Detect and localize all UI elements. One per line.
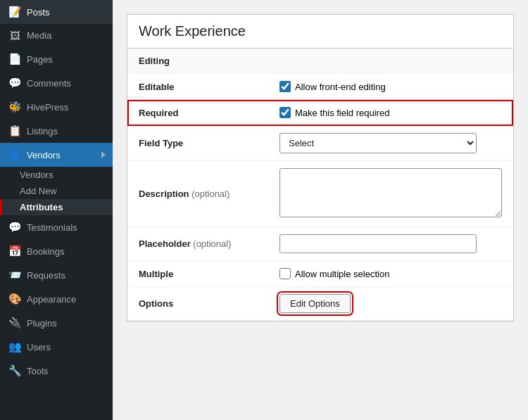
vendors-icon: 👤 (8, 148, 21, 161)
table-row-placeholder: Placeholder (optional) (127, 227, 513, 261)
multiple-label: Multiple (127, 261, 268, 287)
main-content: Work Experience Editing Editable Allow f… (113, 0, 528, 420)
sidebar-item-label: Media (27, 30, 51, 41)
table-row-options: Options Edit Options (127, 287, 513, 321)
table-row-editable: Editable Allow front-end editing (127, 74, 513, 100)
editable-value: Allow front-end editing (268, 74, 513, 100)
editable-checkbox[interactable] (279, 81, 291, 92)
sub-item-label: Attributes (20, 202, 63, 212)
required-checkbox[interactable] (279, 107, 291, 118)
field-type-value: Select Text Textarea Number Date Checkbo… (268, 126, 513, 161)
required-checkbox-label: Make this field required (295, 108, 389, 118)
options-value: Edit Options (268, 287, 513, 321)
edit-options-button[interactable]: Edit Options (279, 294, 351, 313)
required-label: Required (127, 100, 268, 126)
sidebar-item-label: Appearance (27, 294, 76, 305)
sub-item-label: Add New (20, 186, 57, 196)
sidebar-item-vendors[interactable]: 👤 Vendors (0, 143, 113, 167)
sidebar-item-users[interactable]: 👥 Users (0, 335, 113, 359)
table-row-field-type: Field Type Select Text Textarea Number D… (127, 126, 513, 161)
sidebar-item-label: Users (27, 342, 51, 352)
sidebar-item-label: Vendors (27, 150, 61, 160)
listings-icon: 📋 (8, 125, 21, 137)
placeholder-optional: (optional) (193, 238, 231, 249)
options-label: Options (127, 287, 268, 321)
sidebar-item-label: Posts (27, 7, 50, 18)
appearance-icon: 🎨 (8, 293, 21, 305)
table-row-multiple: Multiple Allow multiple selection (127, 261, 513, 287)
field-type-select[interactable]: Select Text Textarea Number Date Checkbo… (279, 133, 477, 153)
sidebar-item-label: Requests (27, 270, 65, 281)
sub-item-label: Vendors (20, 170, 54, 180)
sidebar-item-pages[interactable]: 📄 Pages (0, 47, 113, 71)
users-icon: 👥 (8, 341, 21, 353)
required-value: Make this field required (268, 100, 513, 126)
sidebar-item-label: Bookings (27, 246, 64, 257)
multiple-checkbox-row: Allow multiple selection (279, 268, 502, 279)
media-icon: 🖼 (8, 30, 21, 42)
sidebar-item-plugins[interactable]: 🔌 Plugins (0, 311, 113, 335)
field-type-label: Field Type (127, 126, 268, 161)
sidebar-item-label: Listings (27, 126, 58, 136)
editable-label: Editable (127, 74, 268, 100)
sidebar-item-posts[interactable]: 📝 Posts (0, 0, 113, 24)
sidebar-subitem-vendors[interactable]: Vendors (0, 167, 113, 183)
plugins-icon: 🔌 (8, 317, 21, 329)
sidebar-item-listings[interactable]: 📋 Listings (0, 119, 113, 143)
sidebar: 📝 Posts 🖼 Media 📄 Pages 💬 Comments 🐝 Hiv… (0, 0, 113, 420)
multiple-value: Allow multiple selection (268, 261, 513, 287)
requests-icon: 📨 (8, 269, 21, 281)
sidebar-item-label: Testimonials (27, 222, 77, 233)
sidebar-item-requests[interactable]: 📨 Requests (0, 263, 113, 287)
sidebar-item-tools[interactable]: 🔧 Tools (0, 359, 113, 383)
page-title: Work Experience (127, 15, 513, 49)
bookings-icon: 📅 (8, 245, 21, 257)
vendors-arrow-icon (101, 151, 106, 158)
sidebar-item-hivepress[interactable]: 🐝 HivePress (0, 95, 113, 119)
tools-icon: 🔧 (8, 364, 21, 377)
placeholder-input[interactable] (279, 234, 477, 253)
sidebar-item-comments[interactable]: 💬 Comments (0, 71, 113, 95)
sidebar-subitem-attributes[interactable]: Attributes (0, 199, 113, 215)
sidebar-item-label: Pages (27, 54, 53, 65)
editable-checkbox-row: Allow front-end editing (279, 81, 502, 92)
pages-icon: 📄 (8, 53, 21, 65)
posts-icon: 📝 (8, 6, 21, 18)
editing-section-header: Editing (127, 49, 513, 74)
description-textarea[interactable] (279, 168, 502, 217)
multiple-checkbox[interactable] (279, 268, 291, 279)
table-row-description: Description (optional) (127, 161, 513, 227)
table-row-required: Required Make this field required (127, 100, 513, 126)
sidebar-item-label: Tools (27, 366, 48, 376)
sidebar-item-label: Comments (27, 78, 71, 89)
hivepress-icon: 🐝 (8, 101, 21, 113)
sidebar-item-media[interactable]: 🖼 Media (0, 24, 113, 47)
sidebar-item-label: Plugins (27, 318, 57, 329)
comments-icon: 💬 (8, 77, 21, 89)
form-table: Editing Editable Allow front-end editing… (127, 49, 513, 321)
editing-label: Editing (127, 49, 513, 74)
description-optional: (optional) (191, 189, 230, 199)
testimonials-icon: 💬 (8, 221, 21, 234)
sidebar-item-bookings[interactable]: 📅 Bookings (0, 239, 113, 263)
description-label: Description (optional) (127, 161, 268, 227)
description-value (268, 161, 513, 227)
sidebar-item-appearance[interactable]: 🎨 Appearance (0, 287, 113, 311)
editable-checkbox-label: Allow front-end editing (295, 82, 386, 92)
sidebar-item-label: HivePress (27, 102, 68, 113)
required-checkbox-row: Make this field required (279, 107, 502, 118)
placeholder-value (268, 227, 513, 261)
multiple-checkbox-label: Allow multiple selection (295, 269, 389, 279)
sidebar-item-testimonials[interactable]: 💬 Testimonials (0, 215, 113, 239)
content-box: Work Experience Editing Editable Allow f… (127, 14, 514, 322)
placeholder-label: Placeholder (optional) (127, 227, 268, 261)
sidebar-subitem-add-new[interactable]: Add New (0, 183, 113, 199)
